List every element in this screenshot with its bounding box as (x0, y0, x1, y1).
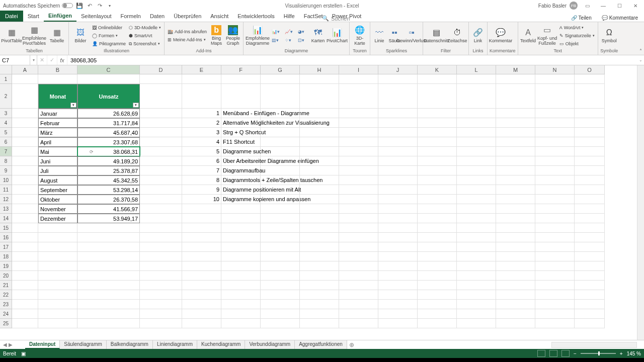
cell[interactable] (418, 84, 457, 109)
cell[interactable] (221, 223, 261, 233)
cell[interactable] (300, 109, 339, 118)
cell[interactable] (378, 261, 418, 271)
cell[interactable] (575, 223, 605, 233)
cell[interactable] (182, 242, 221, 252)
cell[interactable] (535, 84, 575, 109)
cell[interactable] (535, 195, 575, 204)
cell[interactable] (535, 309, 575, 319)
cell[interactable] (575, 137, 605, 147)
column-header[interactable]: L (457, 65, 496, 74)
cell[interactable] (575, 84, 605, 109)
cell[interactable] (575, 175, 605, 185)
pivottable-button[interactable]: ▦PivotTable (2, 23, 21, 48)
cell[interactable] (261, 223, 300, 233)
row-header[interactable]: 13 (0, 204, 12, 214)
add-sheet-button[interactable]: ⊕ (347, 341, 356, 348)
cell[interactable] (261, 242, 300, 252)
cell[interactable] (261, 233, 300, 242)
cell[interactable] (418, 233, 457, 242)
cell[interactable] (300, 252, 339, 261)
3d-map-button[interactable]: 🌐3D-Karte (352, 23, 368, 48)
vertical-scrollbar[interactable] (637, 65, 644, 340)
cell[interactable] (140, 242, 182, 252)
cell[interactable] (221, 204, 261, 214)
column-chart-button[interactable]: 📊▾ (271, 28, 283, 35)
cell[interactable]: Juni (38, 156, 77, 166)
online-pictures-button[interactable]: 🖼Onlinebilder (91, 24, 127, 32)
row-header[interactable]: 21 (0, 281, 12, 290)
cell[interactable] (496, 242, 535, 252)
cell[interactable] (378, 233, 418, 242)
timeline-button[interactable]: ⏱Zeitachse (448, 23, 466, 48)
cell[interactable] (261, 156, 300, 166)
cell[interactable] (12, 74, 38, 84)
cell[interactable] (457, 118, 496, 128)
cell[interactable] (339, 242, 378, 252)
link-button[interactable]: 🔗Link (471, 23, 485, 48)
cell[interactable]: Diagramme kopieren und anpassen (221, 195, 261, 204)
cell[interactable] (496, 109, 535, 118)
cell[interactable] (182, 261, 221, 271)
active-cell[interactable]: ⟳38.068,31 (77, 147, 140, 156)
cell[interactable] (140, 281, 182, 290)
cell[interactable] (77, 271, 140, 281)
cell[interactable] (457, 281, 496, 290)
column-header[interactable]: I (339, 65, 378, 74)
scatter-chart-button[interactable]: ⁘▾ (284, 36, 296, 44)
cell[interactable] (261, 261, 300, 271)
cell[interactable] (535, 281, 575, 290)
macro-record-icon[interactable]: ▣ (21, 351, 26, 356)
cell[interactable] (300, 156, 339, 166)
cell[interactable] (496, 252, 535, 261)
cell[interactable] (339, 84, 378, 109)
zoom-out-icon[interactable]: − (574, 351, 577, 356)
cell[interactable] (339, 309, 378, 319)
cell[interactable] (378, 271, 418, 281)
object-button[interactable]: ▭Objekt (558, 40, 596, 48)
cell[interactable] (77, 242, 140, 252)
cell[interactable] (496, 290, 535, 300)
cell[interactable] (12, 252, 38, 261)
cell[interactable] (378, 214, 418, 223)
cell[interactable] (300, 166, 339, 175)
cell[interactable]: 31.717,84 (77, 118, 140, 128)
cell[interactable] (261, 300, 300, 309)
cell[interactable] (140, 137, 182, 147)
cell[interactable] (418, 175, 457, 185)
cell[interactable] (378, 204, 418, 214)
cell[interactable]: Februar (38, 118, 77, 128)
cell[interactable] (261, 252, 300, 261)
cell[interactable] (339, 175, 378, 185)
cell[interactable] (140, 233, 182, 242)
cell[interactable] (575, 300, 605, 309)
cell[interactable] (575, 252, 605, 261)
shapes-button[interactable]: ◯Formen▾ (91, 32, 127, 40)
column-header[interactable]: K (418, 65, 457, 74)
name-box-dropdown-icon[interactable]: ▾ (30, 55, 37, 65)
cell[interactable]: März (38, 128, 77, 137)
cell[interactable] (457, 147, 496, 156)
cell[interactable] (418, 109, 457, 118)
cell[interactable] (418, 223, 457, 233)
cell[interactable]: Strg + Q Shortcut (221, 128, 261, 137)
people-graph-button[interactable]: 👥People Graph (225, 23, 241, 48)
cell[interactable] (575, 147, 605, 156)
cell[interactable] (418, 204, 457, 214)
cell[interactable] (535, 185, 575, 195)
cell[interactable] (38, 271, 77, 281)
cell[interactable] (12, 242, 38, 252)
ribbon-tab-seitenlayout[interactable]: Seitenlayout (76, 11, 116, 22)
cell[interactable]: September (38, 185, 77, 195)
comment-button[interactable]: 💬Kommentar (490, 23, 512, 48)
cell[interactable] (378, 156, 418, 166)
cell[interactable] (261, 137, 300, 147)
cell[interactable] (261, 118, 300, 128)
recommended-pivot-button[interactable]: ▦Empfohlene PivotTables (22, 23, 46, 48)
cell[interactable] (300, 195, 339, 204)
cell[interactable]: 53.298,14 (77, 185, 140, 195)
cell[interactable] (300, 233, 339, 242)
cell[interactable]: April (38, 137, 77, 147)
cell[interactable] (182, 271, 221, 281)
cell[interactable] (300, 271, 339, 281)
cell[interactable] (339, 300, 378, 309)
